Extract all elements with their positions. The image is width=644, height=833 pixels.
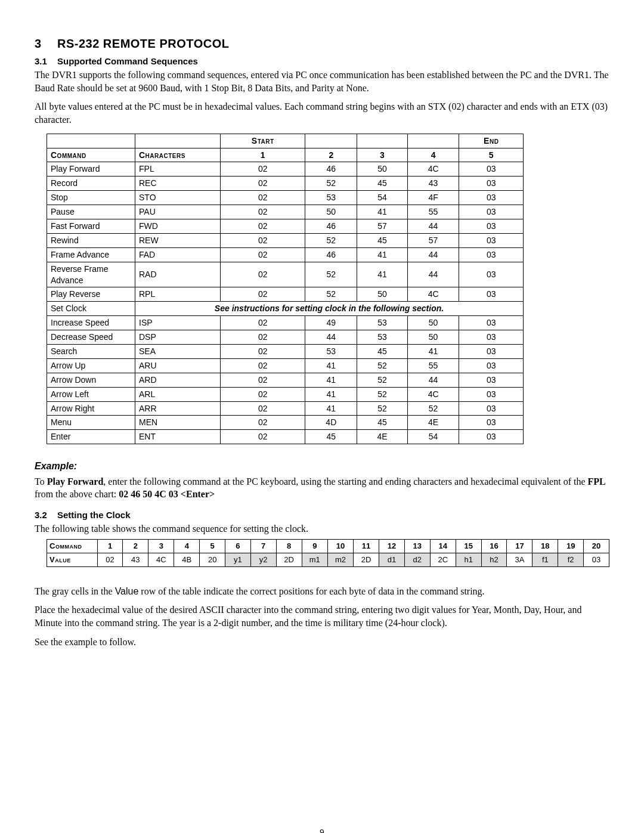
table-row: Increase SpeedISP0249535003 (47, 316, 524, 330)
cell-byte: 44 (407, 219, 459, 233)
cell-byte: 02 (221, 387, 305, 401)
cell-characters: REW (135, 233, 221, 247)
clock-value-cell: h1 (456, 553, 481, 566)
cell-command: Increase Speed (47, 316, 135, 330)
cell-byte: 03 (459, 330, 524, 345)
setclock-note: See instructions for setting clock in th… (135, 302, 524, 316)
cell-byte: 57 (357, 219, 408, 233)
cell-byte: 52 (357, 401, 408, 416)
clock-row2-label: Value (47, 553, 98, 566)
cell-byte: 02 (221, 330, 305, 345)
cell-byte: 54 (357, 191, 408, 205)
cell-byte: 03 (459, 373, 524, 387)
cell-characters: ARL (135, 387, 221, 401)
clock-intro: The following table shows the command se… (35, 522, 609, 535)
cell-byte: 03 (459, 358, 524, 373)
place-hex: Place the hexadecimal value of the desir… (35, 603, 609, 629)
clock-col-header: 15 (456, 539, 481, 553)
cell-command: Search (47, 344, 135, 358)
heading-section: 3RS-232 REMOTE PROTOCOL (35, 36, 609, 52)
cell-byte: 4D (305, 416, 357, 430)
cell-command: Arrow Right (47, 401, 135, 416)
cell-byte: 03 (459, 287, 524, 302)
cell-byte: 53 (357, 330, 408, 345)
cell-byte: 50 (305, 205, 357, 219)
cell-characters: ARR (135, 401, 221, 416)
hdr-1: 1 (221, 148, 305, 162)
cell-byte: 02 (221, 430, 305, 444)
cell-byte: 43 (407, 176, 459, 191)
cell-command: Enter (47, 430, 135, 444)
cell-characters: SEA (135, 344, 221, 358)
cell-characters: PAU (135, 205, 221, 219)
cell-byte: 02 (221, 233, 305, 247)
cell-characters: ISP (135, 316, 221, 330)
clock-value-cell: f2 (558, 553, 584, 566)
cell-byte: 03 (459, 205, 524, 219)
table-row: MenuMEN024D454E03 (47, 416, 524, 430)
cell-byte: 44 (305, 330, 357, 345)
cell-byte: 52 (305, 176, 357, 191)
hdr-4: 4 (407, 148, 459, 162)
clock-col-header: 9 (302, 539, 327, 553)
clock-value-cell: 02 (97, 553, 123, 566)
table-row: Play ReverseRPL0252504C03 (47, 287, 524, 302)
clock-value-cell: 4C (148, 553, 174, 566)
cell-byte: 4C (407, 287, 459, 302)
page-number: 9 (35, 827, 609, 833)
clock-col-header: 10 (327, 539, 353, 553)
cell-byte: 57 (407, 233, 459, 247)
cell-byte: 55 (407, 205, 459, 219)
clock-value-cell: 2D (354, 553, 379, 566)
cell-byte: 45 (357, 233, 408, 247)
col-start: Start (221, 134, 305, 148)
cell-byte: 03 (459, 219, 524, 233)
clock-col-header: 19 (558, 539, 584, 553)
intro-paragraph-2: All byte values entered at the PC must b… (35, 100, 609, 126)
subheading-title: Supported Command Sequences (57, 56, 198, 66)
col-end: End (459, 134, 524, 148)
cell-byte: 53 (357, 316, 408, 330)
cell-command: Arrow Down (47, 373, 135, 387)
cell-byte: 03 (459, 401, 524, 416)
cell-characters: FPL (135, 162, 221, 176)
clock-value-cell: y2 (250, 553, 276, 566)
gray-note: The gray cells in the Value row of the t… (35, 585, 609, 598)
cell-byte: 02 (221, 416, 305, 430)
cell-byte: 03 (459, 233, 524, 247)
table-row: PausePAU0250415503 (47, 205, 524, 219)
cell-command: Pause (47, 205, 135, 219)
subheading-number: 3.1 (35, 55, 57, 67)
cell-byte: 53 (305, 344, 357, 358)
cell-byte: 45 (357, 176, 408, 191)
table-row: Decrease SpeedDSP0244535003 (47, 330, 524, 345)
clock-value-row: Value 02434C4B20y1y22Dm1m22Dd1d22Ch1h23A… (47, 553, 609, 566)
table-row: Arrow LeftARL0241524C03 (47, 387, 524, 401)
cell-characters: FAD (135, 247, 221, 262)
clock-col-header: 5 (200, 539, 225, 553)
table-row: Arrow UpARU0241525503 (47, 358, 524, 373)
clock-value-cell: f1 (532, 553, 558, 566)
hdr-characters: Characters (135, 148, 221, 162)
clock-row1-label: Command (47, 539, 98, 553)
cell-command: Arrow Left (47, 387, 135, 401)
cell-byte: 50 (357, 162, 408, 176)
cell-byte: 41 (305, 387, 357, 401)
cell-command: Decrease Speed (47, 330, 135, 345)
clock-value-cell: m2 (327, 553, 353, 566)
cell-byte: 41 (305, 358, 357, 373)
cell-command: Menu (47, 416, 135, 430)
cell-byte: 52 (305, 262, 357, 287)
cell-byte: 52 (357, 373, 408, 387)
cell-byte: 02 (221, 401, 305, 416)
cell-byte: 50 (357, 287, 408, 302)
table-header-row: Command Characters 1 2 3 4 5 (47, 148, 524, 162)
cell-byte: 4C (407, 387, 459, 401)
clock-value-cell: y1 (225, 553, 251, 566)
cell-byte: 44 (407, 262, 459, 287)
clock-table: Command 1234567891011121314151617181920 … (47, 539, 609, 567)
clock-col-header: 18 (532, 539, 558, 553)
cell-byte: 50 (407, 330, 459, 345)
clock-value-cell: 43 (123, 553, 148, 566)
table-row: Reverse Frame AdvanceRAD0252414403 (47, 262, 524, 287)
